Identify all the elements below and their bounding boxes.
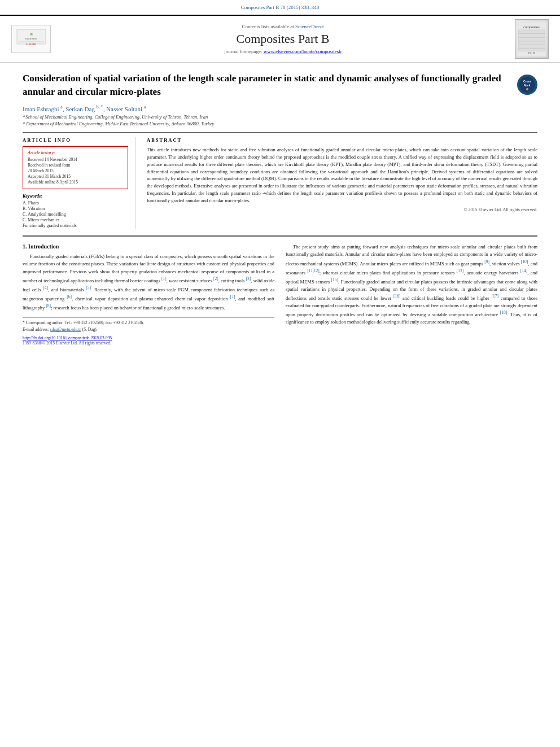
contents-available-text: Contents lists available at ScienceDirec…	[51, 24, 515, 29]
svg-text:composites: composites	[523, 25, 540, 29]
publisher-logo-area: 🌿 ELSEVIER ELSEVIER	[11, 25, 51, 53]
history-title: Article history:	[28, 150, 123, 155]
keywords-title: Keywords:	[23, 194, 128, 199]
section1-title: Introduction	[28, 243, 59, 250]
doi-line: http://dx.doi.org/10.1016/j.compositesb.…	[23, 335, 274, 340]
elsevier-logo: 🌿 ELSEVIER ELSEVIER	[11, 25, 51, 53]
keyword-3: C. Analytical modelling	[23, 212, 128, 217]
body-left-column: 1. Introduction Functionally graded mate…	[23, 243, 274, 346]
body-left-para-1: Functionally graded materials (FGMs) bel…	[23, 253, 274, 312]
affil-a2: a	[144, 104, 146, 110]
article-title: Consideration of spatial variation of th…	[23, 72, 511, 99]
affiliation-a: ᵃ School of Mechanical Engineering, Coll…	[23, 114, 537, 120]
section1-number: 1.	[23, 243, 27, 250]
footnote-area: * Corresponding author. Tel.: +90 312 21…	[23, 317, 274, 346]
history-item-2: Received in revised form	[28, 163, 123, 168]
svg-rect-7	[519, 29, 545, 51]
journal-header: Composites Part B 78 (2015) 338–348	[0, 0, 560, 16]
affil-b-star: b, *	[97, 104, 103, 110]
section1-heading: 1. Introduction	[23, 243, 274, 250]
keyword-4: C. Micro-mechanics	[23, 217, 128, 222]
article-history-box: Article history: Received 14 November 20…	[23, 146, 128, 189]
history-item-4: Accepted 31 March 2015	[28, 174, 123, 179]
abstract-column: ABSTRACT This article introduces new met…	[147, 137, 537, 229]
journal-cover-thumbnail: composites Part B	[515, 19, 549, 59]
journal-homepage-link[interactable]: www.elsevier.com/locate/compositesb	[264, 49, 342, 54]
journal-name: Composites Part B	[51, 32, 515, 46]
svg-text:🌿: 🌿	[29, 33, 32, 36]
svg-text:Cross: Cross	[523, 80, 531, 83]
keyword-1: A. Plates	[23, 200, 128, 206]
body-right-column: The present study aims at putting forwar…	[286, 243, 537, 346]
svg-text:ELSEVIER: ELSEVIER	[26, 43, 36, 46]
copyright-line: © 2015 Elsevier Ltd. All rights reserved…	[147, 207, 537, 212]
history-item-5: Available online 8 April 2015	[28, 180, 123, 185]
body-right-para-1: The present study aims at putting forwar…	[286, 243, 537, 326]
svg-text:Mark: Mark	[524, 84, 531, 87]
sciencedirect-link[interactable]: ScienceDirect	[295, 24, 323, 29]
affiliations: ᵃ School of Mechanical Engineering, Coll…	[23, 114, 537, 126]
article-info-column: ARTICLE INFO Article history: Received 1…	[23, 137, 135, 229]
affiliation-b: ᵇ Department of Mechanical Engineering, …	[23, 121, 537, 126]
journal-center-info: Contents lists available at ScienceDirec…	[51, 24, 515, 54]
article-title-section: Consideration of spatial variation of th…	[23, 72, 537, 99]
issn-line: 1359-8368/© 2015 Elsevier Ltd. All right…	[23, 340, 274, 346]
history-item-3: 20 March 2015	[28, 168, 123, 173]
article-info-abstract-section: ARTICLE INFO Article history: Received 1…	[23, 132, 537, 229]
keywords-box: Keywords: A. Plates B. Vibration C. Anal…	[23, 194, 128, 228]
affil-a: a	[60, 104, 63, 110]
footnote-corresponding: * Corresponding author. Tel.: +90 312 21…	[23, 320, 274, 326]
keyword-5: Functionally graded materials	[23, 223, 128, 228]
main-content: Consideration of spatial variation of th…	[0, 63, 560, 355]
author-soltani: Nasser Soltani	[106, 105, 142, 112]
footnote-email: E-mail address: sdag@metu.edu.tr (S. Dag…	[23, 327, 274, 333]
journal-homepage: journal homepage: www.elsevier.com/locat…	[51, 49, 515, 54]
article-info-label: ARTICLE INFO	[23, 137, 128, 143]
keyword-2: B. Vibration	[23, 206, 128, 211]
history-item-1: Received 14 November 2014	[28, 157, 123, 162]
svg-text:ELSEVIER: ELSEVIER	[25, 37, 37, 40]
svg-text:Part B: Part B	[528, 51, 535, 54]
crossmark-badge[interactable]: Cross Mark	[517, 75, 537, 95]
body-separator	[23, 235, 537, 237]
email-link[interactable]: sdag@metu.edu.tr	[50, 327, 81, 332]
svg-point-17	[526, 88, 528, 90]
abstract-text: This article introduces new methods for …	[147, 146, 537, 204]
author-eshraghi: Iman Eshraghi	[23, 105, 59, 112]
author-dag: Serkan Dag	[65, 105, 95, 112]
body-content: 1. Introduction Functionally graded mate…	[23, 243, 537, 346]
authors-line: Iman Eshraghi a, Serkan Dag b, *, Nasser…	[23, 104, 537, 112]
abstract-label: ABSTRACT	[147, 137, 537, 143]
journal-ref: Composites Part B 78 (2015) 338–348	[11, 5, 549, 10]
journal-top-bar: 🌿 ELSEVIER ELSEVIER Contents lists avail…	[0, 16, 560, 63]
doi-link[interactable]: http://dx.doi.org/10.1016/j.compositesb.…	[23, 335, 112, 340]
